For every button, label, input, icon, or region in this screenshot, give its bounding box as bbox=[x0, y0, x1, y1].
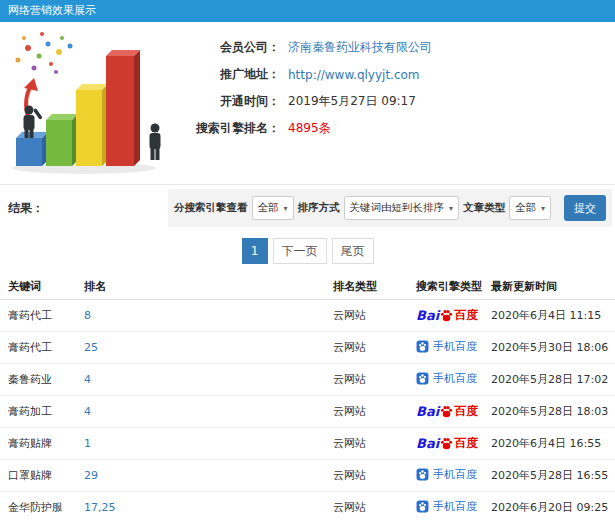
rank-link[interactable]: 4 bbox=[84, 373, 91, 386]
open-time-value: 2019年5月27日 09:17 bbox=[288, 93, 416, 110]
mobile-baidu-label: 手机百度 bbox=[433, 371, 477, 386]
chevron-down-icon: ▾ bbox=[541, 204, 545, 213]
rank-type-cell: 云网站 bbox=[329, 332, 412, 364]
article-type-filter-select[interactable]: 全部 ▾ bbox=[509, 196, 551, 220]
rank-link[interactable]: 8 bbox=[84, 309, 91, 322]
table-row: 口罩贴牌29云网站手机百度2020年5月28日 16:55 bbox=[0, 460, 615, 492]
rank-cell: 8 bbox=[80, 300, 329, 332]
col-header-4: 搜索引擎类型 bbox=[412, 274, 487, 300]
rank-cell: 4 bbox=[80, 396, 329, 428]
rank-link[interactable]: 1 bbox=[84, 437, 91, 450]
table-row: 秦鲁药业4云网站手机百度2020年5月28日 17:02 bbox=[0, 364, 615, 396]
rank-count-label: 搜索引擎排名： bbox=[180, 120, 280, 137]
rank-link[interactable]: 4 bbox=[84, 405, 91, 418]
rank-cell: 25 bbox=[80, 332, 329, 364]
keyword-cell: 膏药贴牌 bbox=[0, 428, 80, 460]
field-company: 会员公司： 济南秦鲁药业科技有限公司 bbox=[180, 34, 432, 61]
rank-link[interactable]: 17,25 bbox=[84, 501, 116, 514]
next-page-button[interactable]: 下一页 bbox=[273, 238, 327, 264]
col-header-3: 排名类型 bbox=[329, 274, 412, 300]
rank-type-cell: 云网站 bbox=[329, 300, 412, 332]
mobile-baidu-icon bbox=[416, 372, 429, 385]
rank-cell: 4 bbox=[80, 364, 329, 396]
mobile-baidu-icon bbox=[416, 468, 429, 481]
updated-cell: 2020年6月4日 16:55 bbox=[487, 428, 615, 460]
table-row: 膏药贴牌1云网站Bai百度2020年6月4日 16:55 bbox=[0, 428, 615, 460]
bar-chart-illustration-svg bbox=[2, 26, 176, 176]
keyword-cell: 秦鲁药业 bbox=[0, 364, 80, 396]
results-section-bar: 结果： 分搜索引擎查看 全部 ▾ 排序方式 关键词由短到长排序 ▾ 文章类型 全… bbox=[0, 184, 615, 230]
mobile-baidu-logo: 手机百度 bbox=[416, 371, 477, 386]
results-label: 结果： bbox=[8, 200, 44, 217]
keyword-cell: 膏药代工 bbox=[0, 300, 80, 332]
engine-cell: Bai百度 bbox=[412, 300, 487, 332]
updated-cell: 2020年5月28日 17:02 bbox=[487, 364, 615, 396]
company-info: 会员公司： 济南秦鲁药业科技有限公司 推广地址： http://www.qlyy… bbox=[180, 34, 432, 142]
mobile-baidu-logo: 手机百度 bbox=[416, 339, 477, 354]
rank-type-cell: 云网站 bbox=[329, 460, 412, 492]
pagination: 1 下一页 尾页 bbox=[0, 238, 615, 264]
engine-cell: 手机百度 bbox=[412, 460, 487, 492]
col-header-1: 关键词 bbox=[0, 274, 80, 300]
rank-cell: 1 bbox=[80, 428, 329, 460]
promo-url-link[interactable]: http://www.qlyyjt.com bbox=[288, 68, 420, 82]
page-button-1[interactable]: 1 bbox=[242, 238, 268, 264]
article-type-filter-label: 文章类型 bbox=[463, 201, 505, 215]
baidu-logo: Bai百度 bbox=[416, 435, 478, 452]
last-page-button[interactable]: 尾页 bbox=[332, 238, 374, 264]
chevron-down-icon: ▾ bbox=[449, 204, 453, 213]
rank-cell: 29 bbox=[80, 460, 329, 492]
baidu-logo-cn: 百度 bbox=[454, 307, 478, 324]
baidu-logo-latin: Bai bbox=[416, 308, 439, 323]
table-header-row: 关键词排名排名类型搜索引擎类型最新更新时间 bbox=[0, 274, 615, 300]
company-label: 会员公司： bbox=[180, 39, 280, 56]
mobile-baidu-label: 手机百度 bbox=[433, 499, 477, 514]
submit-button[interactable]: 提交 bbox=[564, 195, 606, 221]
mobile-baidu-icon bbox=[416, 500, 429, 513]
open-time-label: 开通时间： bbox=[180, 93, 280, 110]
chart-illustration bbox=[2, 26, 176, 176]
sort-filter-select[interactable]: 关键词由短到长排序 ▾ bbox=[344, 196, 460, 220]
filter-panel: 分搜索引擎查看 全部 ▾ 排序方式 关键词由短到长排序 ▾ 文章类型 全部 ▾ … bbox=[168, 189, 612, 227]
mobile-baidu-logo: 手机百度 bbox=[416, 467, 477, 482]
updated-cell: 2020年5月28日 18:03 bbox=[487, 396, 615, 428]
mobile-baidu-icon bbox=[416, 340, 429, 353]
baidu-logo: Bai百度 bbox=[416, 403, 478, 420]
promo-url-label: 推广地址： bbox=[180, 66, 280, 83]
rank-type-cell: 云网站 bbox=[329, 364, 412, 396]
company-name-link[interactable]: 济南秦鲁药业科技有限公司 bbox=[288, 39, 432, 56]
sort-filter-value: 关键词由短到长排序 bbox=[350, 201, 445, 215]
engine-cell: Bai百度 bbox=[412, 396, 487, 428]
baidu-logo-latin: Bai bbox=[416, 436, 439, 451]
baidu-logo-latin: Bai bbox=[416, 404, 439, 419]
engine-filter-select[interactable]: 全部 ▾ bbox=[252, 196, 294, 220]
field-promo-url: 推广地址： http://www.qlyyjt.com bbox=[180, 61, 432, 88]
keyword-cell: 金华防护服 bbox=[0, 492, 80, 520]
titlebar: 网络营销效果展示 bbox=[0, 0, 615, 22]
col-header-2: 排名 bbox=[80, 274, 329, 300]
field-rank-count: 搜索引擎排名： 4895条 bbox=[180, 115, 432, 142]
engine-cell: Bai百度 bbox=[412, 428, 487, 460]
table-row: 金华防护服17,25云网站手机百度2020年6月20日 09:25 bbox=[0, 492, 615, 520]
rank-link[interactable]: 25 bbox=[84, 341, 98, 354]
rank-link[interactable]: 29 bbox=[84, 469, 98, 482]
field-open-time: 开通时间： 2019年5月27日 09:17 bbox=[180, 88, 432, 115]
chevron-down-icon: ▾ bbox=[284, 204, 288, 213]
confetti-dots-icon bbox=[16, 32, 73, 74]
updated-cell: 2020年6月20日 09:25 bbox=[487, 492, 615, 520]
keyword-cell: 口罩贴牌 bbox=[0, 460, 80, 492]
baidu-logo: Bai百度 bbox=[416, 307, 478, 324]
keyword-ranking-table: 关键词排名排名类型搜索引擎类型最新更新时间 膏药代工8云网站Bai百度2020年… bbox=[0, 274, 615, 520]
rank-type-cell: 云网站 bbox=[329, 428, 412, 460]
rank-type-cell: 云网站 bbox=[329, 396, 412, 428]
updated-cell: 2020年5月30日 18:06 bbox=[487, 332, 615, 364]
rank-count-value: 4895条 bbox=[288, 120, 331, 137]
baidu-paw-icon bbox=[440, 309, 453, 322]
keyword-cell: 膏药代工 bbox=[0, 332, 80, 364]
engine-cell: 手机百度 bbox=[412, 364, 487, 396]
baidu-paw-icon bbox=[440, 437, 453, 450]
col-header-5: 最新更新时间 bbox=[487, 274, 615, 300]
mobile-baidu-label: 手机百度 bbox=[433, 467, 477, 482]
baidu-logo-cn: 百度 bbox=[454, 435, 478, 452]
keyword-cell: 膏药加工 bbox=[0, 396, 80, 428]
